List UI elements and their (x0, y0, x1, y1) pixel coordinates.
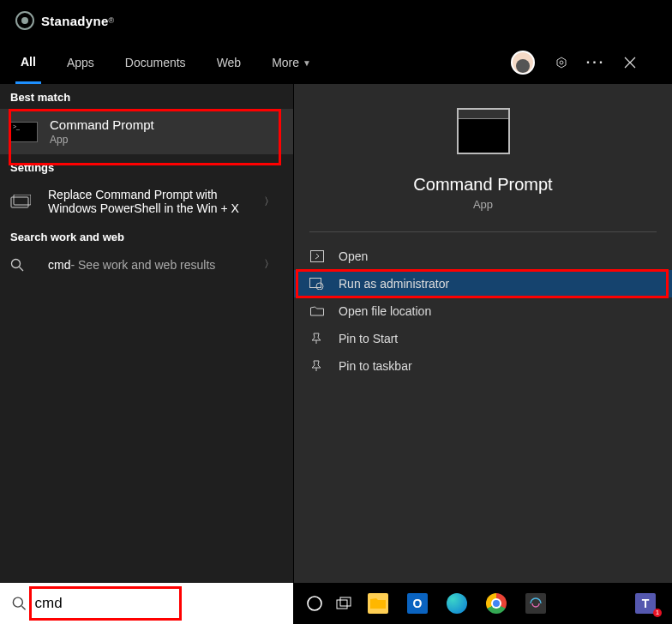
taskbar-app-explorer[interactable] (358, 585, 398, 622)
chevron-right-icon: 〉 (264, 195, 283, 209)
action-pin-taskbar[interactable]: Pin to taskbar (294, 352, 672, 380)
badge-icon: 1 (653, 609, 662, 617)
settings-label: Settings (0, 154, 293, 179)
taskbar-app-outlook[interactable]: O (398, 585, 437, 622)
pin-icon (309, 332, 325, 345)
action-open[interactable]: Open (294, 243, 672, 270)
search-input[interactable] (34, 595, 281, 612)
result-title: Command Prompt (50, 117, 283, 132)
svg-line-8 (21, 606, 25, 609)
tab-web[interactable]: Web (212, 41, 247, 84)
taskbar-taskview[interactable] (329, 585, 358, 622)
taskbar-cortana[interactable] (300, 585, 329, 622)
pin-icon (309, 359, 325, 373)
app-large-icon (457, 108, 510, 154)
brand-logo-icon (15, 11, 34, 30)
svg-point-3 (12, 259, 21, 267)
svg-rect-11 (340, 597, 351, 606)
svg-rect-5 (311, 251, 324, 262)
best-match-label: Best match (0, 84, 293, 109)
svg-point-0 (560, 61, 563, 64)
close-icon[interactable] (622, 55, 638, 70)
chevron-down-icon: ▼ (303, 58, 311, 68)
svg-point-7 (13, 597, 22, 607)
taskbar-app-misc[interactable] (516, 585, 555, 622)
tab-more[interactable]: More ▼ (267, 41, 316, 84)
result-command-prompt[interactable]: Command Prompt App (0, 109, 293, 154)
taskbar-app-edge[interactable] (437, 585, 477, 622)
results-panel: Best match Command Prompt App Settings R… (0, 84, 293, 583)
taskbar: O T 1 (293, 583, 672, 624)
chevron-right-icon: 〉 (264, 257, 283, 272)
admin-icon (309, 277, 325, 291)
reward-icon[interactable] (554, 55, 569, 70)
details-subtitle: App (294, 198, 672, 211)
action-pin-start[interactable]: Pin to Start (294, 325, 672, 352)
result-subtitle: App (50, 134, 283, 146)
result-web-cmd[interactable]: cmd - See work and web results 〉 (0, 249, 293, 280)
taskbar-app-chrome[interactable] (477, 585, 516, 622)
user-avatar[interactable] (511, 51, 535, 75)
search-icon (10, 258, 34, 272)
details-panel: Command Prompt App Open Run as administr… (293, 84, 672, 583)
action-run-administrator[interactable]: Run as administrator (294, 270, 672, 297)
svg-point-9 (308, 597, 321, 610)
brand-name: Stanadyne (41, 14, 109, 28)
search-box[interactable] (0, 583, 293, 624)
taskbar-app-teams[interactable]: T 1 (626, 585, 665, 622)
action-open-file-location[interactable]: Open file location (294, 297, 672, 325)
brand-bar: Stanadyne® (0, 0, 672, 41)
search-work-web-label: Search work and web (0, 224, 293, 249)
folder-icon (309, 304, 325, 318)
divider (309, 231, 657, 232)
tab-documents[interactable]: Documents (120, 41, 191, 84)
ellipsis-icon[interactable]: ··· (588, 55, 603, 70)
svg-rect-10 (337, 600, 347, 609)
tab-all[interactable]: All (15, 41, 41, 84)
search-header: All Apps Documents Web More ▼ ··· (0, 41, 672, 84)
details-title: Command Prompt (294, 175, 672, 195)
result-setting-replace-cmd[interactable]: Replace Command Prompt with Windows Powe… (0, 179, 293, 224)
settings-icon (10, 193, 34, 210)
search-icon (12, 596, 26, 611)
app-icon-cmd (10, 122, 38, 142)
svg-line-4 (20, 267, 24, 271)
open-icon (309, 249, 325, 263)
tab-apps[interactable]: Apps (62, 41, 99, 84)
